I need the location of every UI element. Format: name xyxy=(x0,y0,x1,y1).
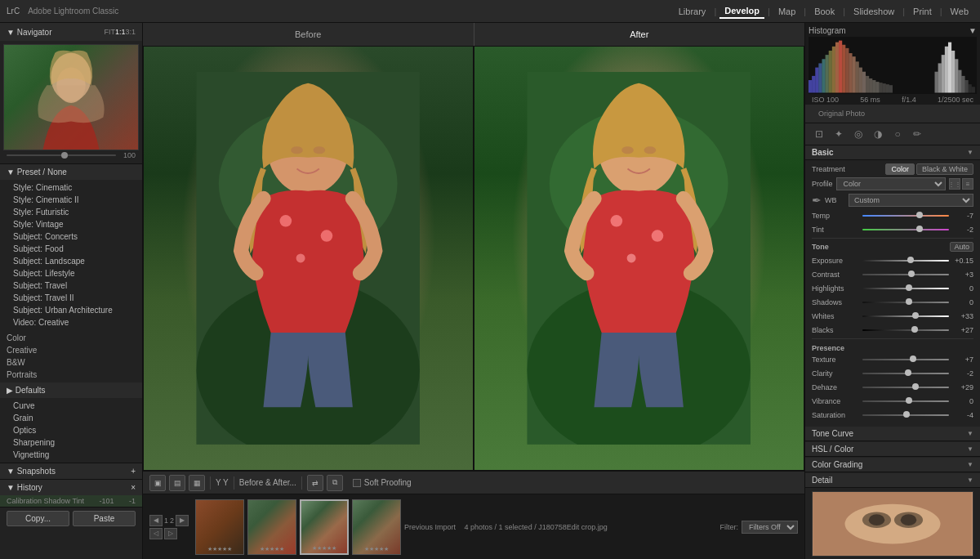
exposure-slider[interactable] xyxy=(862,260,949,262)
filmstrip-prev-btn[interactable]: ◀ xyxy=(149,515,163,526)
treatment-bw-btn[interactable]: Black & White xyxy=(916,163,973,175)
clarity-label: Clarity xyxy=(812,369,861,378)
filmstrip-thumb-1[interactable]: ★★★★★ xyxy=(195,499,244,555)
snapshots-header[interactable]: ▼ Snapshots + xyxy=(0,463,142,479)
treatment-color-btn[interactable]: Color xyxy=(885,163,915,175)
soft-proofing-checkbox[interactable] xyxy=(353,479,361,487)
color-grading-section[interactable]: Color Grading ▼ xyxy=(805,458,980,472)
filmstrip-thumb-3[interactable]: ★★★★★ xyxy=(300,499,349,555)
detail-section-header[interactable]: Detail ▼ xyxy=(805,473,980,488)
basic-panel-header[interactable]: Basic ▼ xyxy=(805,145,980,160)
histogram-expand-icon[interactable]: ▼ xyxy=(969,26,977,35)
default-grain[interactable]: Grain xyxy=(0,412,142,424)
nav-web[interactable]: Web xyxy=(946,5,973,18)
nav-map[interactable]: Map xyxy=(773,5,800,18)
svg-rect-48 xyxy=(945,47,948,93)
zoom-fit[interactable]: FIT xyxy=(104,28,115,36)
swap-btn[interactable]: ⇄ xyxy=(307,475,323,491)
preset-group-color[interactable]: Color xyxy=(0,332,142,344)
texture-slider[interactable] xyxy=(862,359,949,360)
nav-slideshow[interactable]: Slideshow xyxy=(849,5,899,18)
blacks-slider[interactable] xyxy=(862,329,949,331)
history-close-icon[interactable]: × xyxy=(131,483,136,492)
preset-video-creative[interactable]: Video: Creative xyxy=(0,316,142,329)
preset-style-cinematic-ii[interactable]: Style: Cinematic II xyxy=(0,194,142,206)
nav-book[interactable]: Book xyxy=(809,5,840,18)
highlights-slider[interactable] xyxy=(862,288,949,289)
preset-subject-travel-ii[interactable]: Subject: Travel II xyxy=(0,292,142,304)
svg-rect-38 xyxy=(869,78,872,93)
tone-auto-btn[interactable]: Auto xyxy=(950,242,973,252)
presets-header[interactable]: ▼ Preset / None xyxy=(0,164,142,180)
heal-tool-icon[interactable]: ✦ xyxy=(831,127,846,141)
nav-print[interactable]: Print xyxy=(908,5,937,18)
preset-style-vintage[interactable]: Style: Vintage xyxy=(0,218,142,230)
preset-subject-travel[interactable]: Subject: Travel xyxy=(0,280,142,292)
profile-grid-icon[interactable]: ⋮⋮ xyxy=(949,178,960,190)
saturation-slider[interactable] xyxy=(862,414,949,416)
radial-tool-icon[interactable]: ○ xyxy=(890,127,905,141)
preset-group-bw[interactable]: B&W xyxy=(0,356,142,369)
clarity-slider[interactable] xyxy=(862,373,949,374)
filter-select[interactable]: Filters Off xyxy=(742,521,798,534)
amount-slider[interactable] xyxy=(7,154,116,156)
view-btn-1[interactable]: ▣ xyxy=(149,475,166,491)
default-optics[interactable]: Optics xyxy=(0,424,142,436)
view-btn-3[interactable]: ▦ xyxy=(189,475,205,491)
default-curve[interactable]: Curve xyxy=(0,400,142,412)
history-header[interactable]: ▼ History × xyxy=(0,480,142,495)
preset-subject-food[interactable]: Subject: Food xyxy=(0,243,142,255)
crop-tool-icon[interactable]: ⊡ xyxy=(812,127,826,141)
preset-group-portraits[interactable]: Portraits xyxy=(0,369,142,381)
histogram-section: Histogram ▼ xyxy=(805,23,980,105)
default-sharpening[interactable]: Sharpening xyxy=(0,436,142,449)
treatment-buttons: Color Black & White xyxy=(885,163,973,175)
wb-eyedropper-icon[interactable]: ✒ xyxy=(812,194,822,207)
navigator-header[interactable]: ▼ Navigator FIT 1:1 3:1 xyxy=(0,23,142,41)
nav-develop[interactable]: Develop xyxy=(719,4,764,19)
compare-mode-label[interactable]: Before & After... xyxy=(239,478,296,487)
vibrance-slider[interactable] xyxy=(862,400,949,402)
filmstrip-fwd-btn[interactable]: ▷ xyxy=(164,528,177,539)
preset-style-futuristic[interactable]: Style: Futuristic xyxy=(0,206,142,218)
contrast-slider[interactable] xyxy=(862,274,949,275)
shadows-slider[interactable] xyxy=(862,302,949,303)
temp-slider[interactable] xyxy=(862,215,949,217)
filmstrip-back-btn[interactable]: ◁ xyxy=(149,528,163,539)
svg-rect-47 xyxy=(942,55,945,92)
history-item[interactable]: Calibration Shadow Tint -101 -1 xyxy=(0,495,142,507)
paste-button[interactable]: Paste xyxy=(73,511,136,526)
whites-slider[interactable] xyxy=(862,315,949,317)
view-btn-2[interactable]: ▤ xyxy=(169,475,185,491)
filmstrip-thumb-2[interactable]: ★★★★★ xyxy=(247,499,296,555)
preset-groups-list: Color Creative B&W Portraits xyxy=(0,330,142,382)
zoom-1to1[interactable]: 1:1 xyxy=(115,28,126,36)
zoom-3to1[interactable]: 3:1 xyxy=(125,28,136,36)
filmstrip-previous-import[interactable]: Previous Import xyxy=(404,523,456,531)
tint-slider[interactable] xyxy=(862,229,949,230)
snapshots-add-icon[interactable]: + xyxy=(131,467,136,476)
default-vignetting[interactable]: Vignetting xyxy=(0,449,142,461)
tone-curve-section[interactable]: Tone Curve ▼ xyxy=(805,427,980,441)
filmstrip-thumb-4[interactable]: ★★★★★ xyxy=(352,499,401,555)
preset-subject-landscape[interactable]: Subject: Landscape xyxy=(0,255,142,267)
hsl-section[interactable]: HSL / Color ▼ xyxy=(805,442,980,457)
preset-group-creative[interactable]: Creative xyxy=(0,344,142,356)
wb-select[interactable]: Custom xyxy=(849,194,973,207)
profile-select[interactable]: Color xyxy=(836,177,946,190)
redeye-tool-icon[interactable]: ◎ xyxy=(851,127,866,141)
preset-subject-concerts[interactable]: Subject: Concerts xyxy=(0,230,142,243)
copy-settings-btn[interactable]: ⧉ xyxy=(327,475,343,491)
preset-subject-urban[interactable]: Subject: Urban Architecture xyxy=(0,304,142,316)
profile-list-icon[interactable]: ≡ xyxy=(962,178,973,190)
dehaze-slider[interactable] xyxy=(862,387,949,388)
nav-library[interactable]: Library xyxy=(674,5,711,18)
preset-subject-lifestyle[interactable]: Subject: Lifestyle xyxy=(0,267,142,280)
brush-tool-icon[interactable]: ✏ xyxy=(910,127,924,141)
copy-button[interactable]: Copy... xyxy=(7,511,69,526)
filmstrip-next-btn[interactable]: ▶ xyxy=(176,515,189,526)
preset-style-cinematic[interactable]: Style: Cinematic xyxy=(0,181,142,194)
svg-rect-41 xyxy=(880,83,883,92)
defaults-header[interactable]: ▶ Defaults xyxy=(0,382,142,398)
gradient-tool-icon[interactable]: ◑ xyxy=(871,127,885,141)
